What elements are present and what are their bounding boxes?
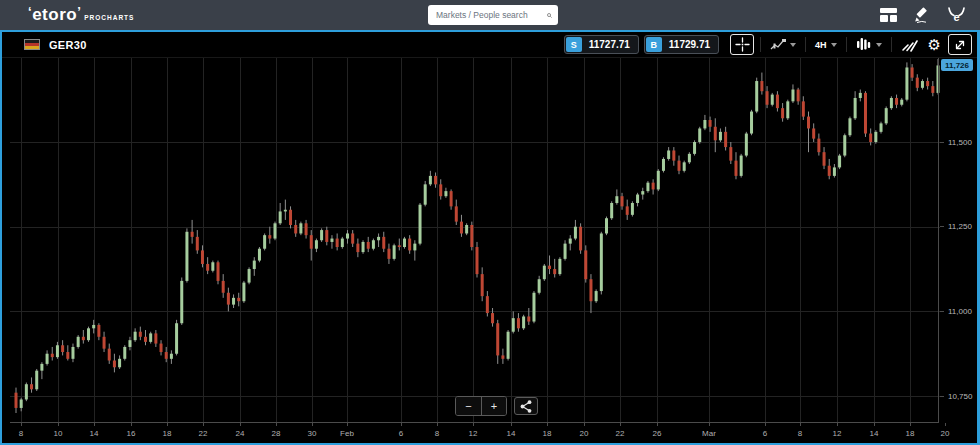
zoom-in-button[interactable]: + — [481, 397, 506, 415]
current-price-tag: 11,726 — [941, 59, 973, 71]
price-tick — [940, 396, 944, 397]
time-tick-label: 14 — [862, 429, 886, 438]
pencil-icon[interactable] — [914, 7, 930, 23]
time-tick — [401, 423, 402, 426]
procharts-window: GER30 S 11727.71 B 11729.71 — [0, 32, 980, 445]
time-tick — [837, 423, 838, 426]
buy-letter: B — [646, 37, 662, 52]
price-tick — [940, 142, 944, 143]
time-tick — [347, 423, 348, 426]
instrument-name: GER30 — [49, 39, 87, 51]
time-tick — [511, 423, 512, 426]
zoom-out-button[interactable]: − — [456, 397, 481, 415]
top-header: ‘etoro’ PROCHARTS — [0, 0, 980, 30]
time-tick — [312, 423, 313, 426]
time-tick-label: 8 — [9, 429, 33, 438]
instrument-selector[interactable]: GER30 — [24, 39, 87, 51]
share-button[interactable] — [514, 397, 538, 415]
time-tick-label: 18 — [155, 429, 179, 438]
fullscreen-button[interactable] — [948, 34, 972, 55]
time-tick-label: 14 — [499, 429, 523, 438]
time-tick — [203, 423, 204, 426]
price-tick — [940, 311, 944, 312]
time-tick-label: 12 — [461, 429, 485, 438]
timeframe-button[interactable]: 4H — [812, 40, 840, 50]
gear-icon: ⚙ — [928, 37, 941, 52]
toolbar-separator — [891, 37, 892, 52]
time-tick-label: 18 — [535, 429, 559, 438]
time-tick — [167, 423, 168, 426]
time-tick — [765, 423, 766, 426]
time-tick-label: Feb — [335, 429, 359, 438]
time-tick — [657, 423, 658, 426]
time-tick — [709, 423, 710, 426]
time-axis[interactable]: 81014161822242830Feb68121418202226Mar681… — [10, 423, 940, 443]
crosshair-button[interactable] — [730, 34, 754, 55]
time-tick-label: 14 — [82, 429, 106, 438]
time-tick — [800, 423, 801, 426]
candlestick-type-icon — [856, 37, 872, 52]
time-tick-label: Mar — [697, 429, 721, 438]
toolbar-separator — [846, 37, 847, 52]
sell-button[interactable]: S 11727.71 — [564, 35, 639, 54]
time-tick-label: 10 — [46, 429, 70, 438]
etoro-logo-text: ‘etoro’ — [28, 5, 81, 25]
search-box — [428, 5, 558, 25]
time-tick — [58, 423, 59, 426]
time-tick-label: 6 — [389, 429, 413, 438]
germany-flag-icon — [24, 39, 40, 50]
time-tick — [131, 423, 132, 426]
price-tick-label: 11,500 — [948, 138, 972, 147]
time-tick-label: 6 — [753, 429, 777, 438]
search-input[interactable] — [428, 10, 547, 20]
time-tick-label: 20 — [933, 429, 957, 438]
toolbar-separator — [805, 37, 806, 52]
share-icon — [520, 400, 532, 413]
sell-letter: S — [566, 37, 582, 52]
time-tick-label: 12 — [825, 429, 849, 438]
indicators-button[interactable] — [898, 38, 921, 52]
time-tick — [945, 423, 946, 426]
time-tick-label: 26 — [645, 429, 669, 438]
chart-style-icon — [770, 38, 786, 51]
layout-grid-icon[interactable] — [880, 8, 897, 22]
time-tick-label: 22 — [191, 429, 215, 438]
time-tick — [910, 423, 911, 426]
time-tick — [874, 423, 875, 426]
candlestick-type-button[interactable] — [853, 37, 885, 52]
zoom-controls: − + — [455, 396, 538, 416]
price-axis[interactable]: 11,50011,25011,00010,75011,726 — [940, 58, 977, 423]
search-icon[interactable] — [547, 10, 552, 21]
sell-price: 11727.71 — [582, 39, 637, 50]
header-icons: e — [880, 0, 966, 30]
time-tick-label: 22 — [608, 429, 632, 438]
svg-text:e: e — [953, 11, 959, 23]
indicators-icon — [901, 38, 918, 52]
toolbar-separator — [760, 37, 761, 52]
timeframe-label: 4H — [815, 40, 827, 50]
chevron-down-icon — [876, 43, 882, 47]
time-tick-label: 16 — [119, 429, 143, 438]
settings-button[interactable]: ⚙ — [925, 37, 944, 52]
time-tick-label: 28 — [264, 429, 288, 438]
candlestick-chart[interactable] — [10, 58, 940, 423]
price-tick-label: 11,000 — [948, 307, 972, 316]
time-tick — [584, 423, 585, 426]
etoro-bull-icon[interactable]: e — [947, 7, 966, 23]
chart-style-button[interactable] — [767, 38, 799, 51]
time-tick — [620, 423, 621, 426]
time-tick — [276, 423, 277, 426]
price-tick-label: 10,750 — [948, 392, 972, 401]
time-tick — [240, 423, 241, 426]
toolbar-controls: S 11727.71 B 11729.71 — [564, 34, 972, 55]
time-tick-label: 8 — [788, 429, 812, 438]
etoro-logo[interactable]: ‘etoro’ PROCHARTS — [28, 5, 134, 25]
fullscreen-icon — [953, 38, 967, 52]
crosshair-icon — [735, 37, 750, 52]
time-tick — [94, 423, 95, 426]
chart-region: 11,50011,25011,00010,75011,726 810141618… — [2, 58, 977, 443]
buy-button[interactable]: B 11729.71 — [644, 35, 719, 54]
time-tick-label: 24 — [228, 429, 252, 438]
time-tick — [21, 423, 22, 426]
time-tick — [473, 423, 474, 426]
